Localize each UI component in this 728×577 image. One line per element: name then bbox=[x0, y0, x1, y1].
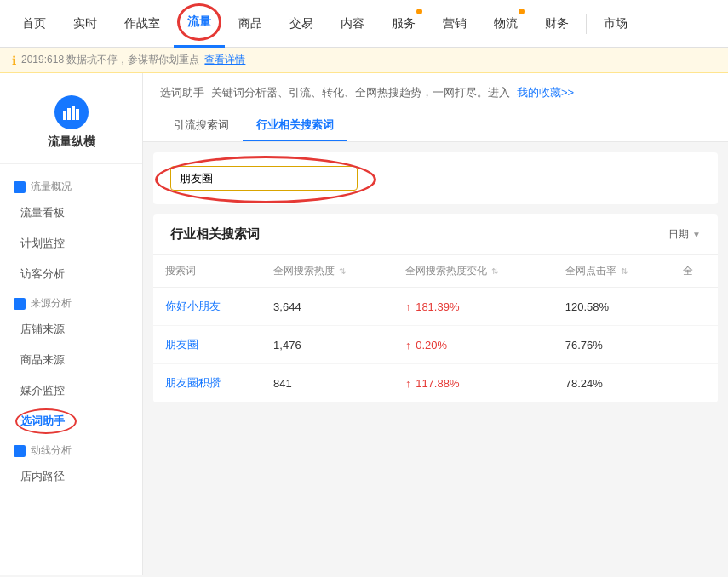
search-input-wrapper bbox=[170, 166, 358, 191]
nav-item-trade[interactable]: 交易 bbox=[276, 0, 327, 48]
content-tabs: 引流搜索词 行业相关搜索词 bbox=[160, 111, 711, 141]
nav-item-warroom[interactable]: 作战室 bbox=[111, 0, 174, 48]
table-header: 搜索词 全网搜索热度 ⇅ 全网搜索热度变化 ⇅ 全网点击率 ⇅ bbox=[153, 255, 718, 288]
change-cell-1: ↑ 0.20% bbox=[393, 326, 553, 364]
nav-item-product[interactable]: 商品 bbox=[225, 0, 276, 48]
col-header-extra: 全 bbox=[671, 255, 718, 288]
nav-item-content[interactable]: 内容 bbox=[327, 0, 378, 48]
extra-cell-2 bbox=[671, 364, 718, 403]
sidebar-group-traffic: 流量概况 bbox=[0, 173, 142, 197]
sidebar-item-media-monitor[interactable]: 媒介监控 bbox=[0, 375, 142, 406]
alert-link[interactable]: 查看详情 bbox=[204, 53, 245, 67]
sidebar-logo-label: 流量纵横 bbox=[48, 134, 95, 150]
alert-text: 2019:618 数据坑不停，参谋帮你划重点 bbox=[21, 53, 199, 67]
sort-icon-heat: ⇅ bbox=[339, 266, 346, 276]
data-table: 搜索词 全网搜索热度 ⇅ 全网搜索热度变化 ⇅ 全网点击率 ⇅ bbox=[153, 255, 718, 403]
keyword-cell-2: 朋友圈积攒 bbox=[153, 364, 261, 403]
change-cell-0: ↑ 181.39% bbox=[393, 288, 553, 326]
nav-item-realtime[interactable]: 实时 bbox=[60, 0, 111, 48]
arrow-up-icon-0: ↑ bbox=[405, 300, 411, 313]
table-row: 朋友圈积攒 841 ↑ 117.88% 78.24% bbox=[153, 364, 718, 403]
content-header-text: 选词助手 bbox=[160, 85, 204, 100]
tab-行业相关搜索词[interactable]: 行业相关搜索词 bbox=[243, 111, 347, 141]
change-value-0: 181.39% bbox=[416, 300, 459, 313]
change-cell-2: ↑ 117.88% bbox=[393, 364, 553, 403]
logistics-dot bbox=[519, 9, 525, 14]
nav-item-finance[interactable]: 财务 bbox=[531, 0, 582, 48]
nav-divider bbox=[586, 14, 587, 34]
group-icon-source bbox=[14, 298, 26, 310]
col-header-click-rate[interactable]: 全网点击率 ⇅ bbox=[553, 255, 672, 288]
nav-item-marketing[interactable]: 营销 bbox=[429, 0, 480, 48]
sort-icon-click-rate: ⇅ bbox=[621, 266, 628, 276]
keyword-cell-1: 朋友圈 bbox=[153, 326, 261, 364]
change-value-1: 0.20% bbox=[416, 339, 447, 351]
nav-item-home[interactable]: 首页 bbox=[9, 0, 60, 48]
sort-icon-heat-change: ⇅ bbox=[491, 266, 498, 276]
group-icon-traffic bbox=[14, 181, 26, 193]
sidebar: 流量纵横 流量概况 流量看板 计划监控 访客分析 来源分析 店铺来源 商品来源 … bbox=[0, 73, 143, 575]
extra-cell-1 bbox=[671, 326, 718, 364]
col-header-heat[interactable]: 全网搜索热度 ⇅ bbox=[261, 255, 393, 288]
change-value-2: 117.88% bbox=[416, 377, 459, 390]
sidebar-item-product-source[interactable]: 商品来源 bbox=[0, 345, 142, 375]
main-layout: 流量纵横 流量概况 流量看板 计划监控 访客分析 来源分析 店铺来源 商品来源 … bbox=[0, 73, 728, 575]
sidebar-item-visitor-analysis[interactable]: 访客分析 bbox=[0, 259, 142, 289]
table-title: 行业相关搜索词 bbox=[170, 226, 260, 243]
group-icon-flow bbox=[14, 445, 26, 457]
sidebar-item-word-tool[interactable]: 选词助手 bbox=[0, 406, 142, 437]
arrow-up-icon-1: ↑ bbox=[405, 339, 411, 351]
content-header-desc: 关键词分析器、引流、转化、全网热搜趋势，一网打尽。进入 bbox=[211, 85, 510, 100]
alert-bar: ℹ 2019:618 数据坑不停，参谋帮你划重点 查看详情 bbox=[0, 48, 728, 73]
table-section: 行业相关搜索词 日期 ▼ 搜索词 全网搜索热度 ⇅ bbox=[153, 214, 718, 403]
click-rate-cell-1: 76.76% bbox=[553, 326, 672, 364]
my-favorites-link[interactable]: 我的收藏>> bbox=[517, 85, 574, 100]
tab-引流搜索词[interactable]: 引流搜索词 bbox=[160, 111, 243, 141]
sidebar-item-shop-path[interactable]: 店内路径 bbox=[0, 461, 142, 492]
sidebar-group-source: 来源分析 bbox=[0, 289, 142, 314]
date-filter[interactable]: 日期 ▼ bbox=[668, 227, 701, 242]
nav-item-traffic[interactable]: 流量 bbox=[174, 0, 225, 48]
nav-item-service[interactable]: 服务 bbox=[378, 0, 429, 48]
svg-rect-0 bbox=[63, 111, 66, 120]
click-rate-cell-0: 120.58% bbox=[553, 288, 672, 326]
col-header-heat-change[interactable]: 全网搜索热度变化 ⇅ bbox=[393, 255, 553, 288]
top-navigation: 首页 实时 作战室 流量 商品 交易 内容 服务 营销 物流 财务 市场 bbox=[0, 0, 728, 48]
heat-cell-2: 841 bbox=[261, 364, 393, 403]
keyword-link-2[interactable]: 朋友圈积攒 bbox=[165, 376, 221, 389]
search-input[interactable] bbox=[170, 166, 358, 191]
date-filter-arrow-icon: ▼ bbox=[692, 230, 701, 239]
svg-rect-1 bbox=[67, 108, 71, 120]
content-header: 选词助手 关键词分析器、引流、转化、全网热搜趋势，一网打尽。进入 我的收藏>> … bbox=[143, 73, 728, 142]
search-area bbox=[153, 152, 718, 204]
heat-cell-1: 1,476 bbox=[261, 326, 393, 364]
table-row: 你好小朋友 3,644 ↑ 181.39% 120.58% bbox=[153, 288, 718, 326]
click-rate-cell-2: 78.24% bbox=[553, 364, 672, 403]
table-row: 朋友圈 1,476 ↑ 0.20% 76.76% bbox=[153, 326, 718, 364]
nav-item-logistics[interactable]: 物流 bbox=[480, 0, 531, 48]
arrow-up-icon-2: ↑ bbox=[405, 377, 411, 390]
nav-item-market[interactable]: 市场 bbox=[590, 0, 641, 48]
sidebar-item-shop-source[interactable]: 店铺来源 bbox=[0, 314, 142, 345]
table-header-row: 行业相关搜索词 日期 ▼ bbox=[153, 214, 718, 255]
keyword-cell-0: 你好小朋友 bbox=[153, 288, 261, 326]
sidebar-item-plan-monitor[interactable]: 计划监控 bbox=[0, 228, 142, 259]
keyword-link-0[interactable]: 你好小朋友 bbox=[165, 300, 221, 312]
sidebar-logo-area: 流量纵横 bbox=[0, 87, 142, 164]
svg-rect-3 bbox=[76, 109, 79, 120]
keyword-link-1[interactable]: 朋友圈 bbox=[165, 338, 198, 351]
sidebar-logo-icon bbox=[54, 95, 89, 129]
extra-cell-0 bbox=[671, 288, 718, 326]
heat-cell-0: 3,644 bbox=[261, 288, 393, 326]
sidebar-group-flow: 动线分析 bbox=[0, 437, 142, 461]
service-dot bbox=[416, 9, 422, 14]
alert-icon: ℹ bbox=[12, 54, 16, 67]
content-title-row: 选词助手 关键词分析器、引流、转化、全网热搜趋势，一网打尽。进入 我的收藏>> bbox=[160, 85, 711, 100]
content-area: 选词助手 关键词分析器、引流、转化、全网热搜趋势，一网打尽。进入 我的收藏>> … bbox=[143, 73, 728, 575]
col-header-keyword: 搜索词 bbox=[153, 255, 261, 288]
svg-rect-2 bbox=[72, 106, 75, 120]
sidebar-item-dashboard[interactable]: 流量看板 bbox=[0, 197, 142, 228]
